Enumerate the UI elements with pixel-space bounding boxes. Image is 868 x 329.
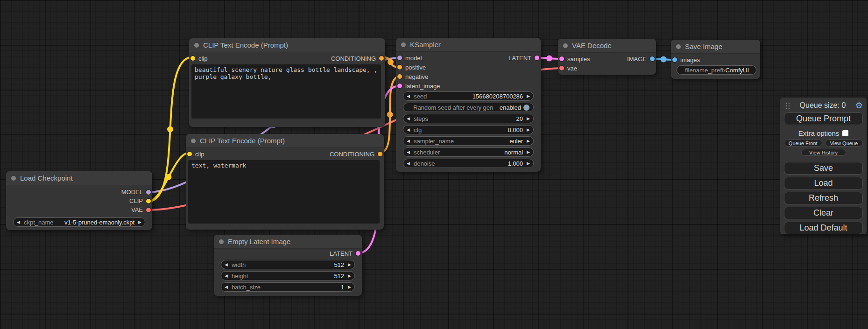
collapse-dot-icon[interactable] xyxy=(563,43,568,48)
node-ksampler[interactable]: KSampler model LATENT positive negative … xyxy=(396,38,541,172)
collapse-dot-icon[interactable] xyxy=(11,176,16,181)
input-port-images[interactable] xyxy=(672,57,677,62)
decrement-arrow-icon[interactable]: ◀ xyxy=(407,139,410,143)
widget-random-seed[interactable]: Random seed after every gen enabled xyxy=(403,103,534,112)
increment-arrow-icon[interactable]: ▶ xyxy=(527,94,530,98)
increment-arrow-icon[interactable]: ▶ xyxy=(348,262,351,267)
toggle-icon[interactable] xyxy=(523,105,529,111)
comfyui-canvas[interactable]: { "colors": { "model": "#b39ddb", "clip"… xyxy=(0,0,868,329)
link-midpoint-dot-conditioning-positive xyxy=(388,59,394,65)
node-title-bar[interactable]: CLIP Text Encode (Prompt) xyxy=(189,38,385,52)
node-title-bar[interactable]: CLIP Text Encode (Prompt) xyxy=(186,134,384,148)
save-button[interactable]: Save xyxy=(784,162,863,175)
extra-options-checkbox[interactable] xyxy=(842,130,848,136)
input-port-negative[interactable] xyxy=(397,74,402,79)
increment-arrow-icon[interactable]: ▶ xyxy=(348,285,351,289)
collapse-dot-icon[interactable] xyxy=(219,239,224,244)
widget-ckpt-name[interactable]: ◀ ckpt_name v1-5-pruned-emaonly.ckpt ▶ xyxy=(13,217,145,227)
drag-handle-icon[interactable] xyxy=(785,101,790,110)
output-port-conditioning[interactable] xyxy=(378,152,382,156)
output-port-latent[interactable] xyxy=(535,56,539,60)
decrement-arrow-icon[interactable]: ◀ xyxy=(225,273,228,278)
prompt-textarea[interactable]: text, watermark xyxy=(188,160,380,224)
node-title-bar[interactable]: KSampler xyxy=(396,38,541,52)
node-save-image[interactable]: Save Image images filename_prefix ComfyU… xyxy=(671,40,760,79)
input-port-vae[interactable] xyxy=(559,66,564,70)
view-queue-button[interactable]: View Queue xyxy=(825,140,863,147)
node-load-checkpoint[interactable]: Load Checkpoint MODEL CLIP VAE ◀ ckpt_na… xyxy=(6,171,152,230)
collapse-dot-icon[interactable] xyxy=(191,139,196,143)
output-port-image[interactable] xyxy=(650,56,655,61)
clear-button[interactable]: Clear xyxy=(784,207,863,219)
node-clip-text-encode-positive[interactable]: CLIP Text Encode (Prompt) clip CONDITION… xyxy=(189,38,385,127)
widget-height[interactable]: ◀ height 512 ▶ xyxy=(221,271,355,280)
collapse-dot-icon[interactable] xyxy=(194,43,199,48)
increment-arrow-icon[interactable]: ▶ xyxy=(527,127,530,132)
input-port-clip[interactable] xyxy=(187,152,192,156)
widget-steps[interactable]: ◀ steps 20 ▶ xyxy=(403,114,534,123)
node-title-bar[interactable]: Save Image xyxy=(671,40,760,54)
refresh-button[interactable]: Refresh xyxy=(784,192,863,204)
input-port-positive[interactable] xyxy=(397,65,402,70)
output-port-conditioning[interactable] xyxy=(379,56,384,61)
collapse-dot-icon[interactable] xyxy=(401,42,406,47)
output-port-model[interactable] xyxy=(146,190,151,195)
node-title-bar[interactable]: Empty Latent Image xyxy=(214,235,362,249)
widget-sampler-name[interactable]: ◀ sampler_name euler ▶ xyxy=(403,136,534,146)
output-label-vae: VAE xyxy=(131,206,143,213)
input-label-clip: clip xyxy=(198,55,208,62)
increment-arrow-icon[interactable]: ▶ xyxy=(527,139,530,143)
load-default-button[interactable]: Load Default xyxy=(784,222,863,234)
widget-cfg[interactable]: ◀ cfg 8.000 ▶ xyxy=(403,125,534,134)
decrement-arrow-icon[interactable]: ◀ xyxy=(407,116,410,121)
node-clip-text-encode-negative[interactable]: CLIP Text Encode (Prompt) clip CONDITION… xyxy=(186,134,384,230)
link-midpoint-dot-conditioning-negative xyxy=(387,112,393,118)
input-port-clip[interactable] xyxy=(191,56,195,61)
node-title: KSampler xyxy=(410,41,441,49)
increment-arrow-icon[interactable]: ▶ xyxy=(348,273,351,278)
node-title-bar[interactable]: Load Checkpoint xyxy=(6,171,152,185)
output-port-latent[interactable] xyxy=(356,251,360,256)
input-label-latent-image: latent_image xyxy=(405,83,440,90)
widget-label: filename_prefix xyxy=(685,67,725,74)
input-port-latent-image[interactable] xyxy=(397,84,402,88)
decrement-arrow-icon[interactable]: ◀ xyxy=(17,220,20,224)
node-title-bar[interactable]: VAE Decode xyxy=(558,39,656,53)
settings-gear-icon[interactable]: ⚙ xyxy=(855,101,863,110)
queue-front-button[interactable]: Queue Front xyxy=(784,140,822,147)
widget-seed[interactable]: ◀ seed 156680208700286 ▶ xyxy=(403,91,534,101)
decrement-arrow-icon[interactable]: ◀ xyxy=(407,94,410,98)
output-port-clip[interactable] xyxy=(146,199,151,203)
widget-width[interactable]: ◀ width 512 ▶ xyxy=(221,260,355,269)
node-empty-latent-image[interactable]: Empty Latent Image LATENT ◀ width 512 ▶ … xyxy=(214,235,362,296)
decrement-arrow-icon[interactable]: ◀ xyxy=(407,161,410,166)
node-title: VAE Decode xyxy=(572,42,612,49)
decrement-arrow-icon[interactable]: ◀ xyxy=(225,262,228,267)
queue-prompt-button[interactable]: Queue Prompt xyxy=(784,112,863,125)
widget-denoise[interactable]: ◀ denoise 1.000 ▶ xyxy=(403,159,534,168)
decrement-arrow-icon[interactable]: ◀ xyxy=(407,150,410,154)
widget-filename-prefix[interactable]: filename_prefix ComfyUI xyxy=(677,65,756,75)
input-port-model[interactable] xyxy=(397,56,402,60)
input-port-samples[interactable] xyxy=(559,56,564,61)
widget-value: 512 xyxy=(334,273,344,280)
output-label-latent: LATENT xyxy=(508,55,531,62)
prompt-textarea[interactable]: beautiful scenery nature glass bottle la… xyxy=(191,64,381,119)
widget-scheduler[interactable]: ◀ scheduler normal ▶ xyxy=(403,147,534,157)
widget-batch-size[interactable]: ◀ batch_size 1 ▶ xyxy=(221,282,355,292)
increment-arrow-icon[interactable]: ▶ xyxy=(138,220,141,224)
output-label-latent: LATENT xyxy=(330,250,353,257)
node-vae-decode[interactable]: VAE Decode samples IMAGE vae xyxy=(558,39,656,75)
increment-arrow-icon[interactable]: ▶ xyxy=(527,150,530,154)
node-title: CLIP Text Encode (Prompt) xyxy=(203,41,288,49)
decrement-arrow-icon[interactable]: ◀ xyxy=(225,285,228,289)
output-port-vae[interactable] xyxy=(146,208,151,212)
load-button[interactable]: Load xyxy=(784,177,863,189)
decrement-arrow-icon[interactable]: ◀ xyxy=(407,127,410,132)
output-label-clip: CLIP xyxy=(129,197,143,204)
view-history-button[interactable]: View History xyxy=(801,149,846,156)
link-midpoint-dot-clip-positive xyxy=(167,126,173,133)
increment-arrow-icon[interactable]: ▶ xyxy=(527,116,530,121)
increment-arrow-icon[interactable]: ▶ xyxy=(527,161,530,166)
collapse-dot-icon[interactable] xyxy=(676,44,681,49)
